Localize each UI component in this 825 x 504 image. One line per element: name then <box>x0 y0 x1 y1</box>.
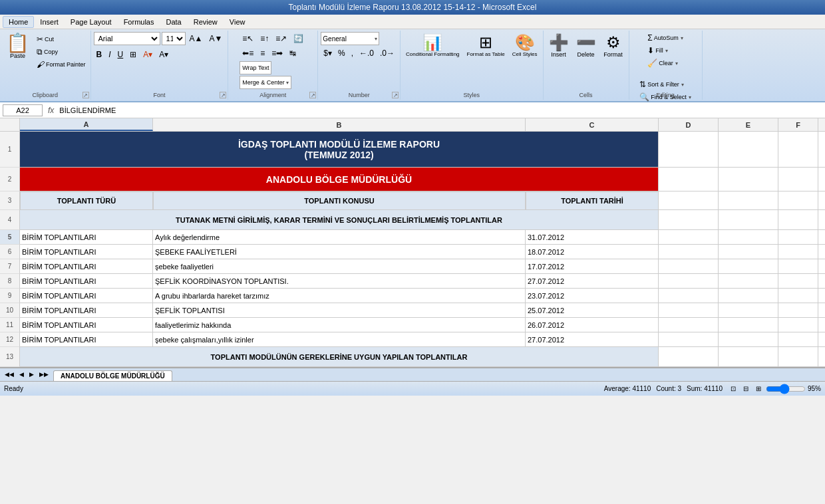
subtitle-cell[interactable]: ANADOLU BÖLGE MÜDÜRLÜĞÜ <box>20 168 659 191</box>
cell-a8[interactable]: BİRİM TOPLANTILARI <box>20 274 153 289</box>
cell-d5[interactable] <box>659 230 719 245</box>
cell-g7[interactable] <box>818 259 825 274</box>
underline-button[interactable]: U <box>115 48 126 61</box>
title-cell[interactable]: İGDAŞ TOPLANTI MODÜLÜ İZLEME RAPORU (TEM… <box>20 132 659 168</box>
alignment-expand[interactable]: ↗ <box>309 92 316 98</box>
cell-f1[interactable] <box>778 132 818 168</box>
cell-b12[interactable]: şebeke çalışmaları,yıllık izinler <box>153 332 526 347</box>
cell-b7[interactable]: şebeke faaliyetleri <box>153 259 526 274</box>
cell-d4[interactable] <box>659 210 719 230</box>
merge-center-button[interactable]: Merge & Center ▾ <box>240 76 291 89</box>
row-num-11[interactable]: 11 <box>0 318 20 332</box>
wrap-text-button[interactable]: Wrap Text <box>240 61 271 74</box>
cell-styles-button[interactable]: 🎨 Cell Styles <box>510 32 540 59</box>
cell-b9[interactable]: A grubu ihbarlarda hareket tarzımız <box>153 289 526 303</box>
next-sheet-button[interactable]: ▶ <box>27 368 36 381</box>
row-num-8[interactable]: 8 <box>0 274 20 289</box>
clipboard-expand[interactable]: ↗ <box>82 92 89 98</box>
row-num-5[interactable]: 5 <box>0 230 20 245</box>
cell-e4[interactable] <box>719 210 778 230</box>
format-as-table-button[interactable]: ⊞ Format as Table <box>464 32 508 59</box>
row-num-1[interactable]: 1 <box>0 132 20 168</box>
cell-f3[interactable] <box>778 191 818 210</box>
format-button[interactable]: ⚙ Format <box>601 32 626 60</box>
indent-button[interactable]: ↹ <box>287 47 299 60</box>
fill-button[interactable]: ⬇ Fill ▾ <box>645 45 685 57</box>
cell-a11[interactable]: BİRİM TOPLANTILARI <box>20 318 153 332</box>
paste-button[interactable]: 📋 Paste <box>3 32 33 61</box>
cell-f12[interactable] <box>778 332 818 347</box>
page-break-view-button[interactable]: ⊞ <box>753 382 764 396</box>
next-sheet-button-2[interactable]: ▶▶ <box>37 368 51 381</box>
autosum-button[interactable]: Σ AutoSum ▾ <box>645 32 685 44</box>
row-num-6[interactable]: 6 <box>0 245 20 259</box>
cell-e5[interactable] <box>719 230 778 245</box>
cell-d7[interactable] <box>659 259 719 274</box>
cell-e8[interactable] <box>719 274 778 289</box>
cell-d11[interactable] <box>659 318 719 332</box>
cell-f10[interactable] <box>778 303 818 318</box>
align-right-button[interactable]: ≡➡ <box>269 47 285 60</box>
cell-f5[interactable] <box>778 230 818 245</box>
cell-d1[interactable] <box>659 132 719 168</box>
cell-a12[interactable]: BİRİM TOPLANTILARI <box>20 332 153 347</box>
cell-f13[interactable] <box>778 347 818 367</box>
col-header-c[interactable]: C <box>526 118 659 131</box>
menu-insert[interactable]: Insert <box>34 16 65 28</box>
col-header-toplantiKonusu[interactable]: TOPLANTI KONUSU <box>153 191 526 210</box>
cell-e3[interactable] <box>719 191 778 210</box>
align-top-center-button[interactable]: ≡↑ <box>257 32 271 45</box>
cell-c7[interactable]: 17.07.2012 <box>526 259 659 274</box>
prev-sheet-button[interactable]: ◀◀ <box>3 368 16 381</box>
cell-b10[interactable]: ŞEFLİK TOPLANTISI <box>153 303 526 318</box>
menu-view[interactable]: View <box>224 16 251 28</box>
cell-reference-box[interactable] <box>3 104 43 116</box>
prev-sheet-button-2[interactable]: ◀ <box>17 368 26 381</box>
cell-a6[interactable]: BİRİM TOPLANTILARI <box>20 245 153 259</box>
cell-f6[interactable] <box>778 245 818 259</box>
cell-b8[interactable]: ŞEFLİK KOORDİNASYON TOPLANTISI. <box>153 274 526 289</box>
cell-d3[interactable] <box>659 191 719 210</box>
increase-font-button[interactable]: A▲ <box>187 32 206 45</box>
cell-e12[interactable] <box>719 332 778 347</box>
menu-review[interactable]: Review <box>188 16 224 28</box>
cell-d6[interactable] <box>659 245 719 259</box>
insert-button[interactable]: ➕ Insert <box>546 32 572 60</box>
cell-f9[interactable] <box>778 289 818 303</box>
cell-a10[interactable]: BİRİM TOPLANTILARI <box>20 303 153 318</box>
font-color-button[interactable]: A▾ <box>156 48 171 61</box>
menu-page-layout[interactable]: Page Layout <box>65 16 118 28</box>
cell-g2[interactable] <box>818 168 825 191</box>
rotate-text-button[interactable]: 🔄 <box>291 32 306 45</box>
cell-f8[interactable] <box>778 274 818 289</box>
cell-c6[interactable]: 18.07.2012 <box>526 245 659 259</box>
cell-e13[interactable] <box>719 347 778 367</box>
page-layout-view-button[interactable]: ⊟ <box>741 382 751 396</box>
cell-b11[interactable]: faaliyetlerimiz hakkında <box>153 318 526 332</box>
row-num-2[interactable]: 2 <box>0 168 20 191</box>
conditional-formatting-button[interactable]: 📊 Conditional Formatting <box>403 32 462 59</box>
bold-button[interactable]: B <box>94 48 105 61</box>
normal-view-button[interactable]: ⊡ <box>728 382 739 396</box>
copy-button[interactable]: ⧉ Copy <box>35 46 88 58</box>
cell-g11[interactable] <box>818 318 825 332</box>
cell-g4[interactable] <box>818 210 825 230</box>
col-header-b[interactable]: B <box>153 118 526 131</box>
cell-a5[interactable]: BİRİM TOPLANTILARI <box>20 230 153 245</box>
cell-f2[interactable] <box>778 168 818 191</box>
zoom-slider[interactable] <box>766 385 806 393</box>
cell-d13[interactable] <box>659 347 719 367</box>
cell-c10[interactable]: 25.07.2012 <box>526 303 659 318</box>
cell-g5[interactable] <box>818 230 825 245</box>
currency-button[interactable]: $▾ <box>321 47 335 60</box>
menu-home[interactable]: Home <box>3 16 34 28</box>
cell-c12[interactable]: 27.07.2012 <box>526 332 659 347</box>
section-header-2[interactable]: TOPLANTI MODÜLÜNÜN GEREKLERİNE UYGUN YAP… <box>20 347 659 367</box>
cell-c11[interactable]: 26.07.2012 <box>526 318 659 332</box>
border-button[interactable]: ⊞ <box>127 48 139 61</box>
cell-g13[interactable] <box>818 347 825 367</box>
format-painter-button[interactable]: 🖌 Format Painter <box>35 59 88 70</box>
cell-e1[interactable] <box>719 132 778 168</box>
cell-c8[interactable]: 27.07.2012 <box>526 274 659 289</box>
comma-button[interactable]: , <box>349 47 356 60</box>
